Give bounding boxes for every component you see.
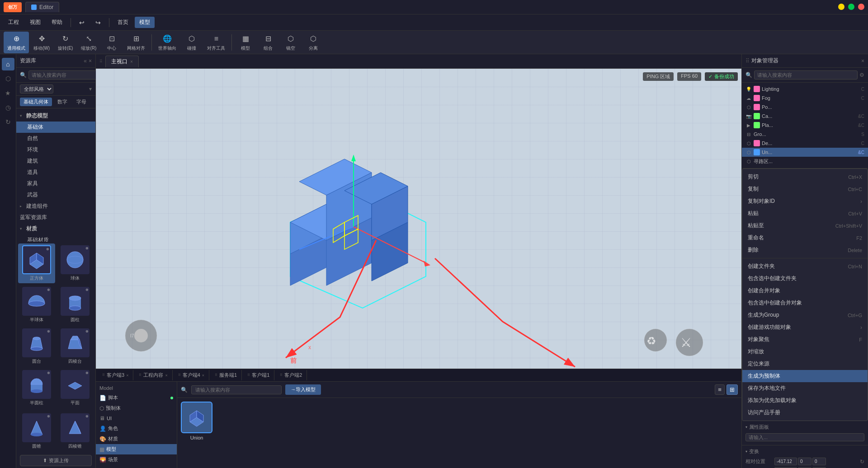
menu-project[interactable]: 工程	[4, 17, 24, 28]
obj-fog[interactable]: ☁ Fog C	[742, 94, 868, 103]
menu-help[interactable]: 帮助	[47, 17, 67, 28]
tool-world[interactable]: 🌐 世界轴向	[155, 32, 180, 53]
model-tree-scene[interactable]: 🌄 场景	[96, 454, 177, 465]
bottom-tab-client2[interactable]: ⠿ 客户端2	[275, 370, 307, 380]
close-obj-manager[interactable]: ×	[861, 58, 864, 64]
tree-army-lib[interactable]: 蓝军资源库	[16, 212, 95, 223]
tree-tools[interactable]: 道具	[16, 167, 95, 178]
tool-move[interactable]: ✥ 移动(W)	[30, 32, 53, 53]
ctx-add-priority[interactable]: 添加为优先加载对象	[742, 394, 868, 407]
obj-lighting[interactable]: 💡 Lighting C	[742, 84, 868, 94]
close-asset-icon[interactable]: ×	[89, 58, 92, 64]
close-client4[interactable]: ×	[202, 373, 204, 378]
asset-quad-table[interactable]: ⊕ 四棱台	[57, 327, 94, 366]
ctx-cut[interactable]: 剪切 Ctrl+X	[742, 171, 868, 183]
tree-basic-mat[interactable]: 基础材质	[16, 234, 95, 242]
menu-undo[interactable]: ↩	[75, 17, 89, 28]
combat-icon[interactable]: ⚔	[674, 327, 705, 360]
tab-main-viewport[interactable]: 主视口 ×	[105, 56, 139, 67]
union-asset-thumb[interactable]	[181, 402, 212, 433]
tree-furniture[interactable]: 家具	[16, 178, 95, 189]
tool-scale[interactable]: ⤡ 缩放(R)	[77, 32, 100, 53]
tab-basic-geometry[interactable]: 基础几何体	[20, 98, 52, 106]
asset-cone[interactable]: ⊕ 圆锥	[18, 412, 55, 451]
tree-env[interactable]: 环境	[16, 144, 95, 155]
minimize-button[interactable]	[838, 4, 844, 10]
ctx-create-folder[interactable]: 创建文件夹 Ctrl+N	[742, 260, 868, 272]
pos-y-input[interactable]	[798, 458, 811, 465]
bottom-tab-client4[interactable]: ⠿ 客户端4 ×	[174, 370, 209, 380]
obj-group[interactable]: ⊟ Gro... S	[742, 130, 868, 139]
asset-quad-pyramid[interactable]: ⊕ 四棱锥	[57, 412, 94, 451]
asset-half-cylinder[interactable]: ⊕ 半圆柱	[18, 368, 55, 408]
tool-align[interactable]: ≡ 对齐工具	[203, 32, 229, 53]
editor-tab[interactable]: Editor	[25, 2, 59, 12]
bottom-tab-client3[interactable]: ⠿ 客户端3 ×	[98, 370, 133, 380]
tree-static-model[interactable]: ▾ 静态模型	[16, 110, 95, 122]
obj-dev[interactable]: ⬡ De... C	[742, 139, 868, 148]
action-icon[interactable]: ♻	[642, 327, 669, 355]
ctx-make-prefab[interactable]: 生成为预制体	[742, 370, 868, 382]
maximize-button[interactable]	[848, 4, 854, 10]
ctx-locate-source[interactable]: 定位来源	[742, 358, 868, 370]
union-asset-item[interactable]: Union	[181, 402, 212, 440]
ctx-copy[interactable]: 复制 Ctrl+C	[742, 183, 868, 195]
list-view-btn[interactable]: ≡	[715, 384, 725, 395]
grid-view-btn[interactable]: ⊞	[726, 384, 738, 395]
ctx-make-group[interactable]: 生成为Group Ctrl+G	[742, 309, 868, 321]
ctx-create-game-obj[interactable]: 创建游戏功能对象 ›	[742, 321, 868, 333]
close-client3[interactable]: ×	[126, 373, 128, 378]
menu-home[interactable]: 首页	[113, 17, 133, 28]
viewport[interactable]: PING 区域 FPS 60 ✓ 备份成功 I7	[96, 69, 741, 369]
props-attr-title[interactable]: ▾ 属性面板	[745, 424, 864, 431]
tool-mode[interactable]: ⊕ 通用模式	[4, 32, 29, 53]
model-tree-ui[interactable]: 🖥 UI	[96, 413, 177, 423]
obj-play[interactable]: ▶ Pla... &C	[742, 121, 868, 130]
tool-group[interactable]: ⊟ 组合	[257, 32, 279, 53]
obj-route[interactable]: ⬡ 寻路区...	[742, 157, 868, 166]
asset-sphere[interactable]: ⊕ 球体	[57, 243, 94, 283]
tree-basic[interactable]: 基础体	[16, 122, 95, 133]
model-tree-scripts[interactable]: 📄 脚本	[96, 393, 177, 403]
tree-materials[interactable]: ▾ 材质	[16, 223, 95, 234]
ctx-focus[interactable]: 对象聚焦 F	[742, 333, 868, 346]
asset-hemisphere[interactable]: ⊕ 半球体	[18, 285, 55, 325]
tool-model[interactable]: ▦ 模型	[235, 32, 256, 53]
tool-separate[interactable]: ⬡ 分离	[302, 32, 324, 53]
bottom-tab-project[interactable]: ⠿ 工程内容 ×	[134, 370, 172, 380]
ctx-copy-id[interactable]: 复制对象ID ›	[742, 195, 868, 207]
pos-reset-icon[interactable]: ↻	[860, 459, 864, 465]
obj-search-input[interactable]	[754, 70, 858, 80]
collapse-icon[interactable]: «	[84, 58, 87, 64]
tab-numbers[interactable]: 数字	[54, 98, 71, 106]
tool-collision[interactable]: ⬡ 碰撞	[181, 32, 203, 53]
tree-natural[interactable]: 自然	[16, 133, 95, 144]
obj-union[interactable]: ⬡ Un... &C	[742, 148, 868, 157]
ctx-create-folder-selected[interactable]: 包含选中创建文件夹	[742, 272, 868, 285]
joystick-control[interactable]: I7	[123, 318, 159, 355]
bottom-tab-client1[interactable]: ⠿ 客户端1	[243, 370, 274, 380]
close-viewport-tab[interactable]: ×	[130, 59, 133, 64]
ctx-paste-to[interactable]: 粘贴至 Ctrl+Shift+V	[742, 220, 868, 232]
asset-search-input[interactable]	[28, 70, 97, 80]
tool-center[interactable]: ⊡ 中心	[101, 32, 123, 53]
asset-flat[interactable]: ⊕ 平面	[57, 368, 94, 408]
tree-build-parts[interactable]: ▸ 建造组件	[16, 201, 95, 212]
asset-cylinder[interactable]: ⊕ 圆柱	[57, 285, 94, 325]
close-button[interactable]	[858, 4, 864, 10]
import-model-button[interactable]: →导入模型	[285, 384, 321, 395]
close-project[interactable]: ×	[165, 373, 167, 378]
tree-building[interactable]: 建筑	[16, 155, 95, 167]
ctx-create-merge[interactable]: 创建合并对象	[742, 285, 868, 297]
model-tree-materials[interactable]: 🎨 材质	[96, 434, 177, 444]
asset-cone-table[interactable]: ⊕ 圆台	[18, 327, 55, 366]
ctx-paste[interactable]: 粘贴 Ctrl+V	[742, 207, 868, 220]
pos-z-input[interactable]	[812, 458, 826, 465]
sidebar-objects[interactable]: ⬡	[2, 72, 14, 85]
tool-rotate[interactable]: ↻ 旋转(E)	[54, 32, 76, 53]
tool-grid[interactable]: ⊞ 网格对齐	[123, 32, 149, 53]
model-tree-prefab[interactable]: ⬡ 预制体	[96, 403, 177, 413]
bottom-search-input[interactable]	[191, 385, 282, 394]
obj-cam[interactable]: 📷 Ca... &C	[742, 112, 868, 121]
sidebar-home[interactable]: ⌂	[2, 58, 14, 70]
